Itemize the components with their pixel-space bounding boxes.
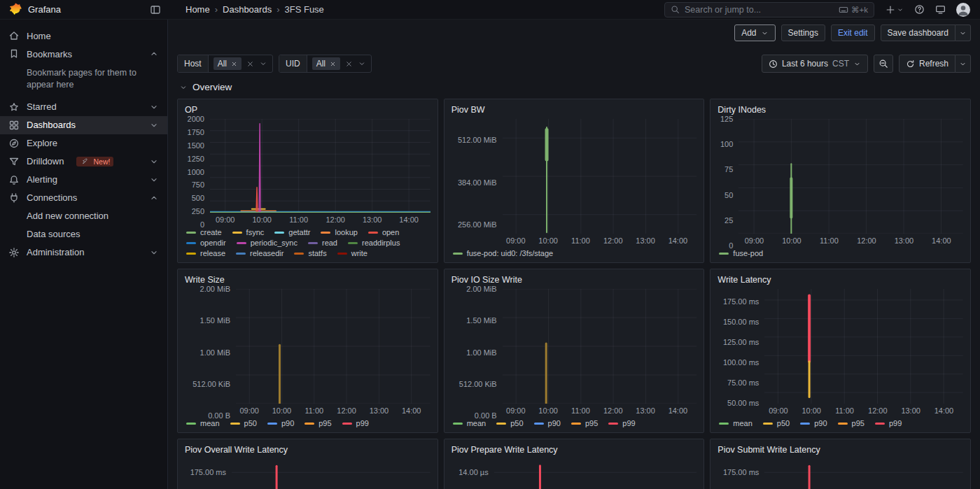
legend-item-periodic-sync[interactable]: periodic_sync [237,239,298,247]
time-range-picker[interactable]: Last 6 hours CST [762,55,868,73]
sidebar-item-connections[interactable]: Connections [0,189,167,207]
legend-item-readdirplus[interactable]: readdirplus [348,239,400,247]
x-axis-tick-label: 11:00 [835,406,854,415]
legend-item-p99[interactable]: p99 [875,419,902,427]
legend-item-getattr[interactable]: getattr [274,228,310,236]
sidebar-item-dashboards[interactable]: Dashboards [0,116,167,134]
legend-item-fuse-pod-uid0-3fs-stage[interactable]: fuse-pod: uid0: /3fs/stage [453,249,554,257]
time-series-plot[interactable] [503,289,697,404]
panel-title[interactable]: Dirty INodes [718,103,963,118]
legend-item-releasedir[interactable]: releasedir [236,249,284,257]
legend-item-mean[interactable]: mean [719,419,752,427]
legend: createfsyncgetattrlookupopenopendirperio… [185,225,430,258]
refresh-button[interactable]: Refresh [899,55,955,73]
chevron-down-icon [179,83,188,92]
time-series-plot[interactable] [764,289,963,404]
sidebar-item-home[interactable]: Home [0,27,167,45]
dock-sidebar-button[interactable] [150,4,161,15]
legend-marker [321,232,330,234]
chart-op: 20001750150012501000750500250009:0010:00… [185,119,430,258]
legend-item-create[interactable]: create [186,228,222,236]
legend-item-fsync[interactable]: fsync [232,228,265,236]
time-series-plot[interactable] [210,119,430,213]
legend-item-statfs[interactable]: statfs [294,249,326,257]
sidebar-item-bookmarks[interactable]: Bookmarks [0,45,167,63]
filter-value-chip[interactable]: All [312,57,340,70]
remove-value-icon[interactable] [330,61,336,67]
legend-item-p50[interactable]: p50 [496,419,523,427]
refresh-interval-dropdown[interactable] [955,55,971,73]
y-axis-tick-label: 1.50 MiB [200,316,230,325]
chart-piov-overall-write-latency: 175.00 ms [185,459,430,489]
help-button[interactable] [914,4,925,15]
legend-item-write[interactable]: write [337,249,368,257]
legend-label: p50 [777,419,790,427]
search-input[interactable]: ⌘+k [664,2,874,17]
sidebar-item-alerting[interactable]: Alerting [0,171,167,189]
legend-item-release[interactable]: release [186,249,225,257]
time-series-plot[interactable] [232,459,430,489]
panel-title[interactable]: Piov Submit Write Latency [718,443,963,458]
legend-item-p90[interactable]: p90 [267,419,294,427]
time-series-plot[interactable] [503,119,697,234]
panel-title[interactable]: Piov Overall Write Latency [185,443,430,458]
legend-item-p99[interactable]: p99 [342,419,369,427]
panel-left-icon [150,4,161,15]
news-button[interactable] [935,4,946,15]
filter-value-chip[interactable]: All [214,57,241,70]
sidebar-item-add-new-connection[interactable]: Add new connection [0,207,167,225]
legend-item-p95[interactable]: p95 [304,419,331,427]
time-controls: Last 6 hours CST [762,55,971,73]
panel-title[interactable]: OP [185,103,430,118]
time-series-plot[interactable] [236,289,430,404]
time-series-plot[interactable] [764,459,963,489]
x-axis-tick-label: 12:00 [337,406,356,415]
y-axis-tick-label: 2.00 MiB [466,285,496,293]
new-menu-button[interactable] [886,5,904,15]
sidebar-item-data-sources[interactable]: Data sources [0,225,167,243]
legend-item-open[interactable]: open [368,228,399,236]
remove-value-icon[interactable] [231,61,237,67]
time-series-plot[interactable] [738,119,963,234]
sidebar-item-administration[interactable]: Administration [0,243,167,262]
sidebar-item-starred[interactable]: Starred [0,98,167,116]
legend-item-read[interactable]: read [308,239,337,247]
save-dashboard-dropdown[interactable] [955,24,971,41]
chevron-down-icon[interactable] [259,59,267,68]
row-overview-toggle[interactable]: Overview [168,73,980,99]
breadcrumb-dashboards[interactable]: Dashboards [223,4,272,15]
legend-item-p95[interactable]: p95 [571,419,598,427]
user-avatar[interactable] [956,3,970,17]
panel-title[interactable]: Write Latency [718,273,963,288]
legend-item-p95[interactable]: p95 [838,419,864,427]
chevron-down-icon [149,157,159,166]
save-dashboard-button[interactable]: Save dashboard [881,24,955,41]
exit-edit-button[interactable]: Exit edit [831,24,875,41]
legend-item-p99[interactable]: p99 [608,419,635,427]
chevron-down-icon [959,29,967,37]
settings-button[interactable]: Settings [781,24,825,41]
legend-item-p50[interactable]: p50 [763,419,790,427]
legend-item-mean[interactable]: mean [453,419,486,427]
time-series-plot[interactable] [494,459,697,489]
legend-item-mean[interactable]: mean [186,419,220,427]
clear-filter-icon[interactable] [246,60,254,68]
legend-item-p90[interactable]: p90 [534,419,561,427]
chevron-down-icon[interactable] [358,59,366,68]
panel-title[interactable]: Piov Prepare Write Latency [451,443,697,458]
clear-filter-icon[interactable] [345,60,353,68]
search-field[interactable] [685,5,834,15]
legend-item-p90[interactable]: p90 [800,419,827,427]
y-axis-tick-label: 75 [724,165,733,173]
zoom-out-button[interactable] [874,55,893,73]
legend-item-lookup[interactable]: lookup [321,228,357,236]
legend-item-p50[interactable]: p50 [230,419,257,427]
panel-title[interactable]: Piov BW [451,103,697,118]
sidebar-item-drilldown[interactable]: DrilldownNew! [0,153,167,171]
legend-item-opendir[interactable]: opendir [186,239,226,247]
legend-item-fuse-pod[interactable]: fuse-pod [719,249,763,257]
breadcrumb-home[interactable]: Home [186,4,210,15]
sidebar-item-explore[interactable]: Explore [0,134,167,153]
x-axis-tick-label: 12:00 [603,406,623,415]
add-panel-button[interactable]: Add [734,24,775,41]
